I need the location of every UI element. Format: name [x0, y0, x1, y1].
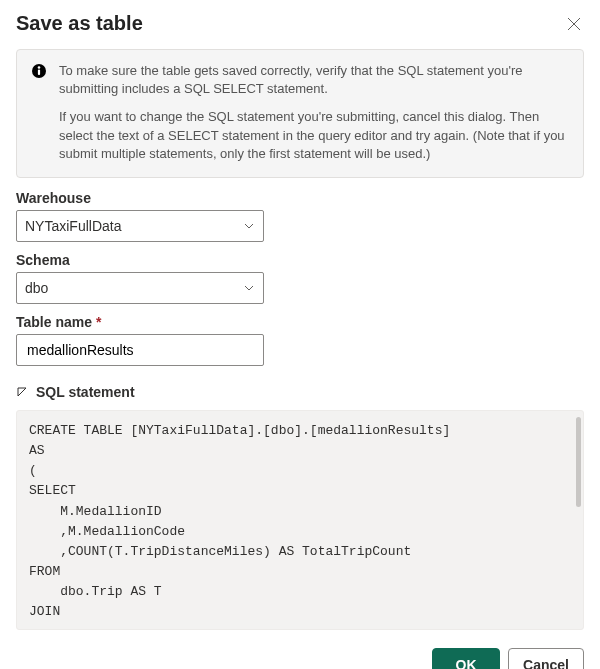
warehouse-select[interactable]: NYTaxiFullData — [16, 210, 264, 242]
warehouse-value: NYTaxiFullData — [25, 218, 243, 234]
scrollbar[interactable] — [576, 417, 581, 507]
close-button[interactable] — [564, 14, 584, 34]
sql-code-text: CREATE TABLE [NYTaxiFullData].[dbo].[med… — [29, 423, 450, 619]
table-name-field: Table name * — [16, 314, 584, 366]
info-banner: To make sure the table gets saved correc… — [16, 49, 584, 178]
table-name-input[interactable] — [25, 341, 255, 359]
ok-button[interactable]: OK — [432, 648, 500, 669]
table-name-label: Table name * — [16, 314, 584, 330]
schema-field: Schema dbo — [16, 252, 584, 304]
sql-section-label: SQL statement — [36, 384, 135, 400]
cancel-button[interactable]: Cancel — [508, 648, 584, 669]
chevron-down-icon — [243, 220, 255, 232]
schema-value: dbo — [25, 280, 243, 296]
chevron-down-icon — [243, 282, 255, 294]
dialog-title: Save as table — [16, 12, 143, 35]
svg-rect-2 — [38, 70, 40, 76]
warehouse-label: Warehouse — [16, 190, 584, 206]
table-name-input-wrap[interactable] — [16, 334, 264, 366]
schema-label: Schema — [16, 252, 584, 268]
table-name-label-text: Table name — [16, 314, 92, 330]
info-icon — [31, 63, 47, 79]
warehouse-field: Warehouse NYTaxiFullData — [16, 190, 584, 242]
svg-point-1 — [38, 66, 41, 69]
expand-triangle-icon — [16, 386, 28, 398]
close-icon — [567, 17, 581, 31]
dialog-header: Save as table — [16, 12, 584, 35]
sql-code-block: CREATE TABLE [NYTaxiFullData].[dbo].[med… — [16, 410, 584, 630]
info-paragraph-1: To make sure the table gets saved correc… — [59, 62, 569, 98]
dialog-footer: OK Cancel — [16, 648, 584, 669]
sql-section-header[interactable]: SQL statement — [16, 384, 584, 400]
schema-select[interactable]: dbo — [16, 272, 264, 304]
required-indicator: * — [96, 314, 101, 330]
info-text: To make sure the table gets saved correc… — [59, 62, 569, 163]
info-paragraph-2: If you want to change the SQL statement … — [59, 108, 569, 163]
